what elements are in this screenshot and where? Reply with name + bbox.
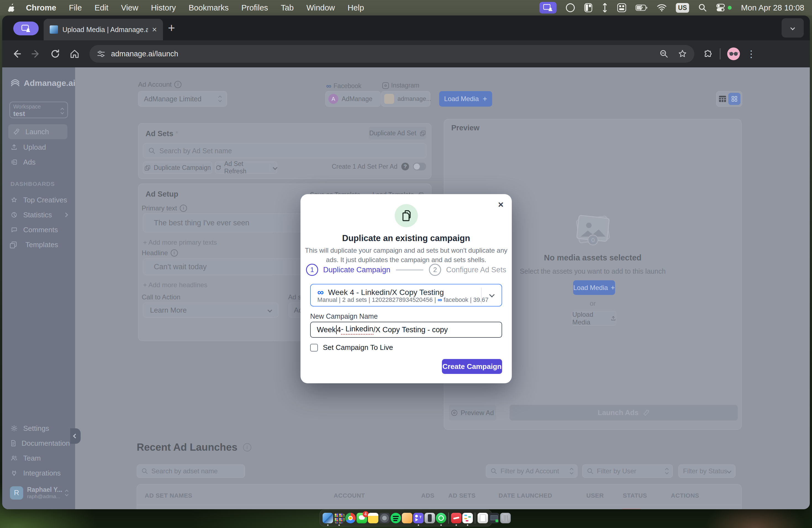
help-icon[interactable]: ? (401, 163, 409, 171)
menu-bar-clock[interactable]: Mon Apr 28 10:08 (741, 3, 804, 12)
load-media-button-preview[interactable]: Load Media+ (573, 280, 615, 295)
brand-logo[interactable]: Admanage.ai (11, 78, 75, 88)
sidebar-item-integrations[interactable]: Integrations (10, 466, 68, 481)
duplicate-ad-set-button[interactable]: Duplicate Ad Set (369, 127, 426, 140)
sidebar-item-statistics[interactable]: Statistics (10, 207, 68, 222)
zoom-icon[interactable] (659, 49, 668, 58)
streaks-icon[interactable] (451, 513, 462, 523)
add-headlines-link[interactable]: + Add more headlines (143, 281, 207, 289)
column-header[interactable]: STATUS (623, 492, 647, 499)
tab-close-icon[interactable]: × (152, 25, 157, 34)
ad-set-search-input[interactable]: Search by Ad Set name (143, 143, 426, 158)
home-icon[interactable] (70, 49, 79, 59)
filter-status[interactable]: Filter by Status (678, 465, 736, 478)
notes-icon[interactable] (368, 513, 378, 523)
menu-profiles[interactable]: Profiles (242, 3, 268, 12)
menu-file[interactable]: File (69, 3, 82, 12)
sidebar-collapse-handle[interactable] (70, 428, 81, 444)
sidebar-item-launch[interactable]: Launch (8, 124, 68, 139)
wifi-icon[interactable] (657, 4, 666, 11)
column-header[interactable]: ACCOUNT (334, 492, 365, 499)
ad-set-refresh-button[interactable]: Ad Set Refresh (215, 162, 277, 174)
slack-icon[interactable] (462, 513, 473, 523)
add-primary-texts-link[interactable]: + Add more primary texts (143, 239, 217, 246)
record-circle-icon[interactable] (566, 3, 575, 12)
column-header[interactable]: ACTIONS (671, 492, 699, 499)
create-per-ad-toggle[interactable] (413, 163, 426, 171)
filter-ad-account[interactable]: Filter by Ad Account (486, 465, 578, 478)
control-center-icon[interactable] (716, 3, 731, 12)
info-icon[interactable]: i (243, 443, 251, 452)
system-settings-icon[interactable] (379, 513, 390, 523)
chrome-icon[interactable] (345, 513, 356, 523)
menu-bookmarks[interactable]: Bookmarks (189, 3, 229, 12)
filter-user[interactable]: Filter by User (582, 465, 673, 478)
workspace-selector[interactable]: Workspace test (10, 102, 68, 118)
column-header[interactable]: ADS (421, 492, 434, 499)
new-tab-button[interactable]: + (168, 21, 175, 35)
display-arrows-icon[interactable] (602, 3, 608, 13)
trash-icon[interactable] (500, 513, 511, 523)
browser-menu-icon[interactable]: ⋮ (746, 48, 756, 59)
mojo-icon[interactable]: T (413, 513, 424, 523)
photos-app-icon[interactable] (402, 513, 412, 523)
finder-icon[interactable] (323, 513, 333, 523)
profile-avatar[interactable] (727, 47, 740, 60)
site-info-icon[interactable] (97, 49, 105, 58)
menu-chrome[interactable]: Chrome (26, 3, 56, 12)
app-grid-icon[interactable] (617, 3, 626, 12)
back-icon[interactable] (12, 49, 21, 59)
keyboard-layout-badge[interactable]: US (676, 3, 689, 13)
screen-capture-icon[interactable] (489, 513, 499, 523)
sidebar-item-upload[interactable]: Upload (10, 140, 68, 155)
launch-ads-button[interactable]: Launch Ads (510, 405, 738, 421)
checkbox[interactable] (310, 344, 318, 352)
column-header[interactable]: DATE LAUNCHED (498, 492, 552, 499)
bookmark-star-icon[interactable] (678, 49, 687, 59)
preview-ad-button[interactable]: Preview Ad (449, 405, 496, 421)
spotlight-search-icon[interactable] (698, 4, 707, 12)
spotify-icon[interactable] (391, 513, 401, 523)
set-live-checkbox-row[interactable]: Set Campaign To Live (310, 343, 393, 352)
preview-document-icon[interactable] (478, 513, 488, 523)
recent-search-input[interactable]: Search by adset name (137, 465, 245, 478)
menu-history[interactable]: History (151, 3, 176, 12)
column-header[interactable]: USER (586, 492, 604, 499)
menu-tab[interactable]: Tab (281, 3, 294, 12)
load-media-button-top[interactable]: Load Media+ (439, 91, 492, 107)
column-header[interactable]: AD SETS (448, 492, 476, 499)
grid-view-icon[interactable] (728, 93, 740, 105)
new-campaign-name-input[interactable]: Week 4 - Linkedin/X Copy Testing - copy (310, 322, 502, 338)
create-campaign-button[interactable]: Create Campaign (442, 359, 502, 374)
sidebar-item-comments[interactable]: Comments (10, 222, 68, 237)
menu-window[interactable]: Window (306, 3, 335, 12)
window-manager-icon[interactable] (584, 3, 592, 12)
instagram-page-card[interactable]: admanage... (381, 91, 430, 107)
screen-share-tab-pill[interactable] (13, 21, 39, 35)
duplicate-campaign-button[interactable]: Duplicate Campaign (143, 162, 212, 174)
launchpad-icon[interactable] (334, 513, 344, 523)
sidebar-item-documentation[interactable]: Documentation (10, 436, 68, 451)
browser-tab[interactable]: Upload Media | Admanage.ai × (44, 19, 163, 40)
iphone-mirroring-icon[interactable] (424, 513, 435, 523)
upload-media-button[interactable]: Upload Media (572, 311, 616, 326)
address-bar[interactable]: admanage.ai/launch (89, 45, 694, 63)
messages-icon[interactable]: 4 (357, 513, 367, 523)
sidebar-item-ads[interactable]: Ads (10, 155, 68, 170)
url-text[interactable]: admanage.ai/launch (111, 50, 659, 58)
sidebar-item-templates[interactable]: Templates (10, 237, 68, 252)
column-header[interactable]: AD SET NAMES (145, 492, 192, 499)
tab-search-button[interactable] (782, 18, 804, 38)
menu-edit[interactable]: Edit (95, 3, 108, 12)
table-view-icon[interactable] (718, 94, 727, 104)
menu-view[interactable]: View (121, 3, 138, 12)
sidebar-item-top-creatives[interactable]: Top Creatives (10, 192, 68, 207)
whatsapp-icon[interactable] (436, 513, 446, 523)
apple-menu-icon[interactable] (8, 4, 15, 12)
menu-help[interactable]: Help (348, 3, 364, 12)
campaign-select[interactable]: ∞ Week 4 - Linkedin/X Copy Testing Manua… (310, 284, 502, 307)
user-menu[interactable]: R Raphael Y... raph@adma... (10, 486, 68, 500)
reload-icon[interactable] (50, 49, 60, 59)
facebook-page-card[interactable]: A AdManage (325, 91, 381, 107)
extensions-icon[interactable] (702, 48, 713, 59)
